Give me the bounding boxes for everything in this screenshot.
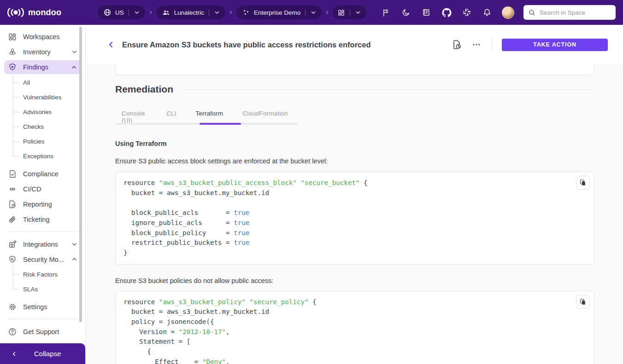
breadcrumb: US Lunalectric bbox=[98, 0, 366, 25]
main-area: Ensure Amazon S3 buckets have public acc… bbox=[86, 25, 623, 364]
chevron-down-icon bbox=[71, 48, 78, 55]
sidebar-item-policies[interactable]: Policies bbox=[13, 134, 85, 149]
terraform-code-block-1: resource "aws_s3_bucket_public_access_bl… bbox=[115, 172, 594, 265]
sidebar-item-slas[interactable]: SLAs bbox=[13, 282, 85, 296]
integrations-icon bbox=[8, 240, 17, 249]
sidebar-item-findings[interactable]: Findings bbox=[4, 60, 81, 74]
org-selector[interactable]: Lunalectric bbox=[156, 6, 225, 19]
region-selector[interactable]: US bbox=[98, 6, 145, 19]
workspaces-icon bbox=[8, 32, 17, 41]
sub-label: Risk Factors bbox=[23, 271, 58, 278]
header-divider bbox=[492, 38, 493, 52]
chevron-up-icon bbox=[71, 256, 78, 263]
chevron-down-icon bbox=[71, 241, 78, 248]
mondoo-logo[interactable]: mondoo bbox=[7, 0, 61, 25]
sidebar-item-inventory[interactable]: Inventory bbox=[0, 44, 85, 59]
cicd-infinity-icon bbox=[8, 185, 17, 194]
back-button[interactable] bbox=[105, 38, 118, 51]
copy-code-button[interactable] bbox=[576, 176, 590, 190]
sidebar-label: Integrations bbox=[23, 241, 58, 248]
help-circle-icon bbox=[8, 327, 17, 336]
tab-console-ui[interactable]: Console (UI) bbox=[115, 109, 157, 125]
chevron-down-icon[interactable] bbox=[353, 7, 364, 18]
chevron-down-icon[interactable] bbox=[308, 7, 319, 18]
region-label: US bbox=[115, 9, 124, 16]
sidebar-item-reporting[interactable]: Reporting bbox=[0, 196, 85, 212]
github-icon[interactable] bbox=[441, 7, 452, 18]
sidebar-item-all[interactable]: All bbox=[13, 75, 85, 90]
organization-icon bbox=[162, 8, 170, 17]
globe-icon bbox=[103, 8, 112, 17]
sidebar-divider bbox=[7, 231, 78, 232]
docs-book-icon[interactable] bbox=[421, 7, 432, 18]
chevron-up-icon bbox=[71, 64, 77, 71]
workspace-grid-icon bbox=[337, 9, 345, 17]
chevron-down-icon[interactable] bbox=[212, 7, 223, 18]
sidebar-item-compliance[interactable]: Compliance bbox=[0, 166, 85, 181]
tab-cli[interactable]: CLI bbox=[157, 109, 186, 125]
report-doc-pie-icon[interactable] bbox=[451, 38, 464, 51]
notifications-bell-icon[interactable] bbox=[482, 7, 493, 18]
copy-code-button[interactable] bbox=[576, 295, 590, 309]
security-model-subtree: Risk Factors SLAs bbox=[13, 267, 85, 296]
sidebar-label: Get Support bbox=[23, 328, 59, 335]
chip-divider bbox=[209, 9, 209, 16]
sidebar-divider bbox=[7, 319, 78, 319]
sub-label: Policies bbox=[23, 138, 45, 145]
app-root: mondoo US bbox=[0, 0, 623, 364]
inventory-icon bbox=[8, 47, 17, 57]
sidebar-item-exceptions[interactable]: Exceptions bbox=[13, 149, 85, 163]
search-input[interactable] bbox=[540, 9, 609, 16]
sidebar-item-cicd[interactable]: CI/CD bbox=[0, 181, 85, 196]
sidebar-item-vulnerabilities[interactable]: Vulnerabilities bbox=[13, 90, 85, 104]
terraform-code-block-2: resource "aws_s3_bucket_policy" "secure_… bbox=[115, 291, 594, 364]
sidebar-item-risk-factors[interactable]: Risk Factors bbox=[13, 267, 85, 282]
code-lines: resource "aws_s3_bucket_public_access_bl… bbox=[123, 178, 586, 258]
more-menu-icon[interactable] bbox=[470, 38, 483, 51]
flag-icon[interactable] bbox=[380, 7, 391, 18]
sub-label: Checks bbox=[23, 123, 44, 130]
instruction-paragraph-1: Ensure S3 public access block settings a… bbox=[115, 157, 594, 165]
mondoo-logo-text: mondoo bbox=[28, 8, 61, 17]
sidebar-label: Compliance bbox=[23, 170, 59, 178]
chevron-down-icon[interactable] bbox=[131, 7, 142, 18]
slack-icon[interactable] bbox=[461, 7, 472, 18]
sidebar-item-get-support[interactable]: Get Support bbox=[0, 324, 85, 339]
tab-terraform[interactable]: Terraform bbox=[186, 109, 233, 125]
sidebar-item-ticketing[interactable]: Ticketing bbox=[0, 212, 85, 227]
take-action-button[interactable]: TAKE ACTION bbox=[502, 39, 608, 51]
sidebar-label: Workspaces bbox=[23, 33, 60, 40]
user-avatar[interactable] bbox=[502, 6, 514, 19]
compliance-doc-check-icon bbox=[8, 169, 17, 179]
sidebar-label: Settings bbox=[23, 303, 47, 311]
dark-mode-moon-icon[interactable] bbox=[400, 7, 411, 18]
collapse-sidebar-button[interactable]: Collapse bbox=[0, 343, 85, 364]
sidebar-scrollbar[interactable] bbox=[79, 27, 82, 322]
security-model-shield-icon bbox=[8, 255, 17, 264]
content-scroll-area: Remediation Console (UI) CLI Terraform C… bbox=[86, 64, 623, 364]
findings-shield-bug-icon bbox=[8, 63, 17, 72]
remediation-tabs: Console (UI) CLI Terraform CloudFormatio… bbox=[115, 109, 298, 125]
sidebar-label: Reporting bbox=[23, 201, 52, 208]
previous-card-bottom bbox=[115, 64, 594, 75]
tab-cloudformation[interactable]: CloudFormation bbox=[233, 109, 298, 125]
sidebar-item-security-model[interactable]: Security Mo... bbox=[0, 252, 85, 267]
sidebar-item-checks[interactable]: Checks bbox=[13, 119, 85, 134]
page-title: Ensure Amazon S3 buckets have public acc… bbox=[122, 40, 371, 49]
section-rule bbox=[185, 89, 594, 90]
sidebar-label: Findings bbox=[23, 64, 48, 71]
chevron-left-icon bbox=[11, 351, 18, 357]
top-navbar: mondoo US bbox=[0, 0, 623, 25]
findings-subtree: All Vulnerabilities Advisories Checks Po… bbox=[13, 75, 85, 163]
collapse-label: Collapse bbox=[34, 350, 61, 358]
sidebar-label: CI/CD bbox=[23, 185, 41, 193]
workspace-selector[interactable] bbox=[333, 6, 366, 19]
chip-divider bbox=[305, 9, 306, 16]
sidebar-item-workspaces[interactable]: Workspaces bbox=[0, 29, 85, 44]
sidebar-item-advisories[interactable]: Advisories bbox=[13, 104, 85, 119]
space-selector[interactable]: Enterprise Demo bbox=[236, 6, 322, 19]
remediation-section-header: Remediation bbox=[115, 84, 594, 95]
sidebar-item-integrations[interactable]: Integrations bbox=[0, 237, 85, 252]
sidebar: Workspaces Inventory bbox=[0, 25, 86, 364]
sidebar-item-settings[interactable]: Settings bbox=[0, 299, 85, 314]
